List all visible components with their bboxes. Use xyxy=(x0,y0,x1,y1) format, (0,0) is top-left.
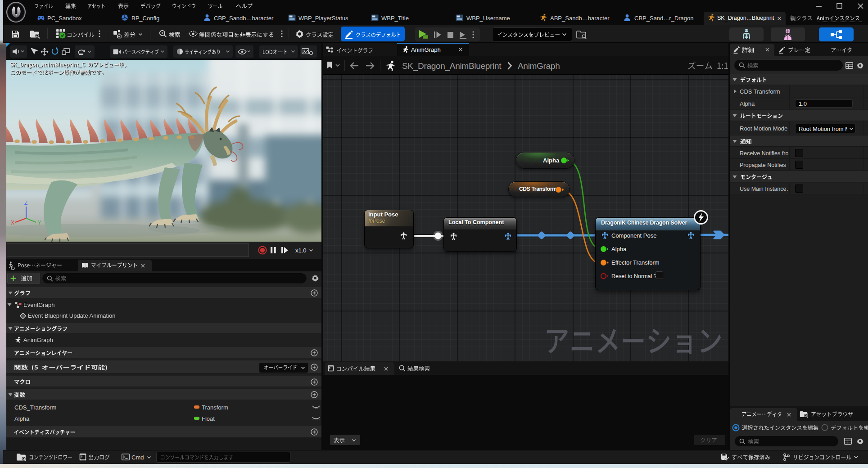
svg-text:Z: Z xyxy=(24,200,27,206)
svg-text:X: X xyxy=(11,220,14,226)
svg-text:Y: Y xyxy=(38,220,41,226)
